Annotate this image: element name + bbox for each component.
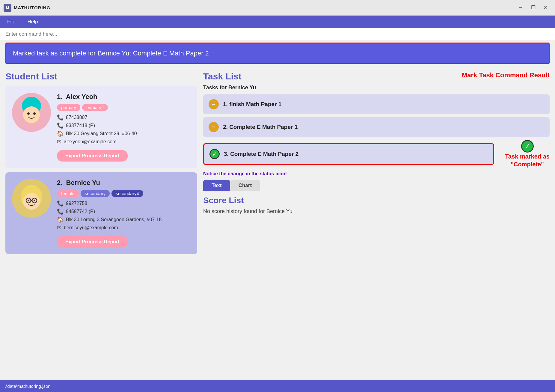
tasks-for-label: Tasks for Bernice Yu (203, 85, 550, 91)
bernice-address: 🏠 Blk 30 Lorong 3 Serangoon Gardens, #07… (57, 216, 191, 223)
menu-file[interactable]: File (5, 18, 18, 26)
svg-point-9 (23, 193, 40, 210)
minimize-button[interactable]: − (515, 3, 526, 13)
tab-text[interactable]: Text (203, 180, 230, 191)
alex-phone1: 📞 87438807 (57, 114, 191, 121)
main-content: Student List (0, 67, 555, 380)
svg-point-2 (23, 106, 40, 123)
svg-point-4 (33, 112, 36, 115)
result-banner: Marked task as complete for Bernice Yu: … (5, 43, 550, 64)
maximize-button[interactable]: ❐ (527, 3, 539, 13)
task-marked-annotation: ✓ Task marked as"Complete" (505, 140, 550, 168)
student-list-title: Student List (5, 71, 197, 82)
task-status-icon-3: ✓ (209, 149, 220, 159)
home-icon-2: 🏠 (57, 216, 64, 223)
command-input[interactable] (5, 31, 550, 37)
score-list-title: Score List (203, 196, 550, 205)
title-bar: M MATHUTORING − ❐ ✕ (0, 0, 555, 16)
avatar-alex: ✦ ✦ (12, 93, 51, 132)
app-title: MATHUTORING (14, 5, 50, 10)
student-name-bernice: 2. Bernice Yu (57, 179, 191, 187)
task-marked-text: Task marked as"Complete" (505, 153, 550, 168)
right-top: Task List Mark Task Command Result (203, 71, 550, 82)
alex-tag-primary2: primary2 (82, 104, 108, 111)
svg-text:✦: ✦ (17, 195, 21, 199)
student-info-bernice: 2. Bernice Yu female secondary secondary… (57, 179, 191, 248)
task-status-icon-2: − (209, 122, 219, 132)
result-banner-text: Marked task as complete for Bernice Yu: … (13, 49, 209, 57)
svg-text:✦: ✦ (18, 107, 22, 112)
task-item-3[interactable]: ✓ 3. Complete E Math Paper 2 (203, 143, 494, 165)
bernice-tag-female: female (57, 190, 79, 197)
student-list-panel: Student List (5, 71, 197, 380)
svg-text:✦: ✦ (19, 206, 22, 209)
export-btn-alex[interactable]: Export Progress Report (57, 150, 128, 162)
task-item-2[interactable]: − 2. Complete E Math Paper 1 (203, 117, 550, 137)
phone-icon-4: 📞 (57, 208, 64, 215)
svg-point-14 (34, 200, 35, 201)
tabs-row: Text Chart (203, 180, 550, 191)
app-icon: M (4, 4, 11, 12)
menu-bar: File Help (0, 16, 555, 28)
phone-icon-3: 📞 (57, 200, 64, 207)
task-complete-icon: ✓ (521, 140, 534, 153)
bernice-phone1: 📞 99272758 (57, 200, 191, 207)
alex-email: ✉ alexyeoh@example.com (57, 138, 191, 145)
avatar-bernice: ✦ ✦ ✦ (12, 179, 51, 218)
email-icon-1: ✉ (57, 138, 61, 145)
notice-text: Notice the change in the status icon! (203, 171, 550, 177)
task-list-title: Task List (203, 71, 242, 82)
student-name-alex: 1. Alex Yeoh (57, 93, 191, 101)
phone-icon-2: 📞 (57, 122, 64, 129)
svg-text:✦: ✦ (40, 206, 43, 210)
task-name-3: 3. Complete E Math Paper 2 (224, 151, 298, 157)
bernice-tag-secondary: secondary (81, 190, 110, 197)
close-button[interactable]: ✕ (540, 3, 551, 13)
task-status-icon-1: − (209, 99, 219, 109)
title-bar-left: M MATHUTORING (4, 4, 50, 12)
alex-tags: primary primary2 (57, 104, 191, 111)
alex-tag-primary: primary (57, 104, 80, 111)
window-controls: − ❐ ✕ (515, 3, 551, 13)
menu-help[interactable]: Help (25, 18, 40, 26)
export-btn-bernice[interactable]: Export Progress Report (57, 236, 128, 248)
bernice-phone2: 📞 94597742 (P) (57, 208, 191, 215)
svg-text:✦: ✦ (40, 118, 43, 122)
task-item-1[interactable]: − 1. finish Math Paper 1 (203, 94, 550, 114)
alex-address: 🏠 Blk 30 Geylang Street 29, #06-40 (57, 130, 191, 137)
svg-point-13 (28, 200, 29, 201)
task-list-panel: Task List Mark Task Command Result Tasks… (203, 71, 550, 380)
email-icon-2: ✉ (57, 224, 61, 231)
status-bar: .\data\mathutoring.json (0, 380, 555, 392)
student-card-alex[interactable]: ✦ ✦ 1. Alex Yeoh primary primary2 📞 8743… (5, 86, 197, 168)
task-name-2: 2. Complete E Math Paper 1 (223, 124, 298, 130)
mark-task-label: Mark Task Command Result (462, 71, 550, 79)
student-info-alex: 1. Alex Yeoh primary primary2 📞 87438807… (57, 93, 191, 162)
student-card-bernice[interactable]: ✦ ✦ ✦ 2. Bernice Yu female secondary sec… (5, 172, 197, 254)
bernice-email: ✉ berniceyu@example.com (57, 224, 191, 231)
status-text: .\data\mathutoring.json (5, 384, 51, 389)
alex-phone2: 📞 93377418 (P) (57, 122, 191, 129)
command-area (0, 28, 555, 40)
score-empty-text: No score history found for Bernice Yu (203, 208, 550, 215)
bernice-tag-secondary4: secondary4 (111, 190, 143, 197)
bernice-tags: female secondary secondary4 (57, 190, 191, 197)
phone-icon-1: 📞 (57, 114, 64, 121)
task-name-1: 1. finish Math Paper 1 (223, 101, 281, 108)
home-icon-1: 🏠 (57, 130, 64, 137)
tab-chart[interactable]: Chart (230, 180, 260, 191)
svg-point-3 (27, 112, 30, 115)
